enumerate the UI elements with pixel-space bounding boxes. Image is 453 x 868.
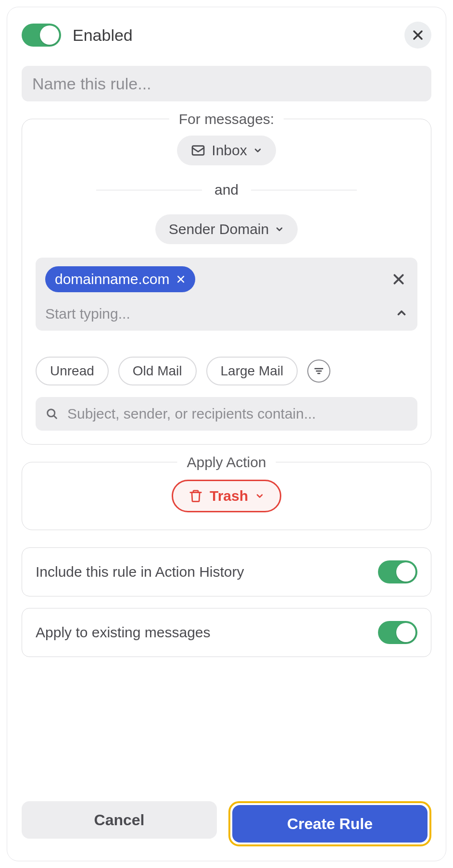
collapse-button[interactable]	[395, 307, 408, 321]
folder-label: Inbox	[212, 142, 247, 159]
search-input[interactable]	[67, 406, 408, 422]
enable-group: Enabled	[22, 24, 133, 47]
and-label: and	[214, 182, 239, 198]
for-messages-legend: For messages:	[169, 111, 284, 127]
option-apply-existing: Apply to existing messages	[22, 608, 431, 657]
chip-row: domainname.com	[45, 266, 408, 292]
chevron-down-icon	[253, 146, 263, 155]
domain-chip-label: domainname.com	[55, 271, 169, 287]
filter-unread[interactable]: Unread	[36, 357, 109, 385]
rule-editor-panel: Enabled For messages: Inbox and Sender D…	[7, 7, 446, 861]
chevron-down-icon	[275, 224, 284, 234]
rule-name-input[interactable]	[22, 66, 431, 101]
action-select[interactable]: Trash	[172, 480, 281, 512]
search-icon	[45, 407, 59, 421]
chevron-up-icon	[395, 307, 408, 319]
domain-input-box: domainname.com	[36, 258, 417, 331]
filter-old-mail[interactable]: Old Mail	[118, 357, 197, 385]
option-apply-existing-label: Apply to existing messages	[36, 624, 211, 641]
close-button[interactable]	[404, 22, 431, 49]
enabled-label: Enabled	[73, 26, 133, 45]
condition-label: Sender Domain	[169, 221, 269, 237]
and-divider: and	[36, 182, 417, 198]
domain-chip[interactable]: domainname.com	[45, 266, 195, 292]
toggle-knob	[396, 562, 415, 582]
more-filters-button[interactable]	[307, 360, 330, 383]
filter-large-mail[interactable]: Large Mail	[206, 357, 298, 385]
apply-action-legend: Apply Action	[177, 454, 276, 471]
trash-icon	[189, 489, 203, 503]
search-box[interactable]	[36, 397, 417, 431]
option-include-history-label: Include this rule in Action History	[36, 564, 244, 580]
apply-existing-toggle[interactable]	[378, 621, 417, 644]
button-row: Cancel Create Rule	[22, 801, 431, 846]
create-rule-button[interactable]: Create Rule	[232, 805, 428, 843]
folder-select[interactable]: Inbox	[177, 136, 276, 165]
apply-action-section: Apply Action Trash	[22, 462, 431, 530]
svg-line-5	[54, 416, 57, 419]
enabled-toggle[interactable]	[22, 24, 61, 47]
close-icon	[392, 273, 405, 285]
chip-remove-icon[interactable]	[176, 274, 186, 284]
inbox-icon	[190, 143, 206, 158]
include-history-toggle[interactable]	[378, 560, 417, 583]
header-row: Enabled	[22, 22, 431, 49]
filter-icon	[313, 365, 325, 377]
condition-select[interactable]: Sender Domain	[155, 214, 298, 244]
svg-rect-0	[192, 146, 204, 155]
create-button-highlight: Create Rule	[228, 801, 431, 846]
domain-typing-input[interactable]	[45, 306, 335, 322]
domain-clear-button[interactable]	[390, 270, 408, 288]
toggle-knob	[396, 623, 415, 642]
cancel-button[interactable]: Cancel	[22, 801, 217, 839]
action-label: Trash	[210, 488, 248, 504]
option-include-history: Include this rule in Action History	[22, 547, 431, 596]
typing-row	[45, 306, 408, 322]
chevron-down-icon	[255, 491, 264, 501]
toggle-knob	[40, 25, 59, 45]
options-stack: Include this rule in Action History Appl…	[22, 547, 431, 657]
for-messages-section: For messages: Inbox and Sender Domain do…	[22, 119, 431, 445]
filter-row: Unread Old Mail Large Mail	[36, 357, 417, 385]
close-icon	[412, 29, 424, 41]
